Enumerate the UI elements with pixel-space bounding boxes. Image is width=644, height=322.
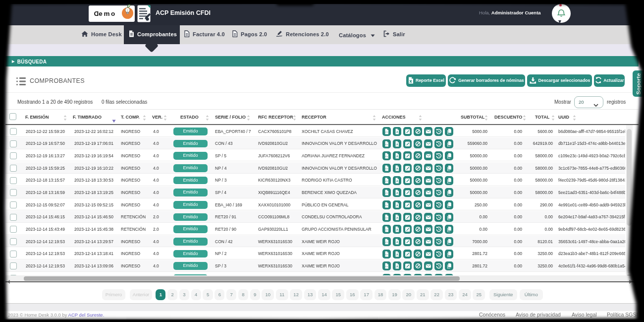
svg-text:A: A	[396, 167, 398, 170]
svg-text:A: A	[396, 241, 398, 244]
svg-text:A: A	[396, 155, 398, 158]
svg-text:A: A	[396, 180, 398, 183]
svg-text:A: A	[396, 228, 398, 231]
svg-text:A: A	[396, 204, 398, 207]
svg-text:A: A	[396, 143, 398, 146]
svg-text:A: A	[396, 192, 398, 194]
svg-text:A: A	[396, 265, 398, 268]
svg-text:A: A	[396, 253, 398, 256]
svg-text:A: A	[396, 216, 398, 219]
svg-text:A: A	[396, 130, 398, 133]
